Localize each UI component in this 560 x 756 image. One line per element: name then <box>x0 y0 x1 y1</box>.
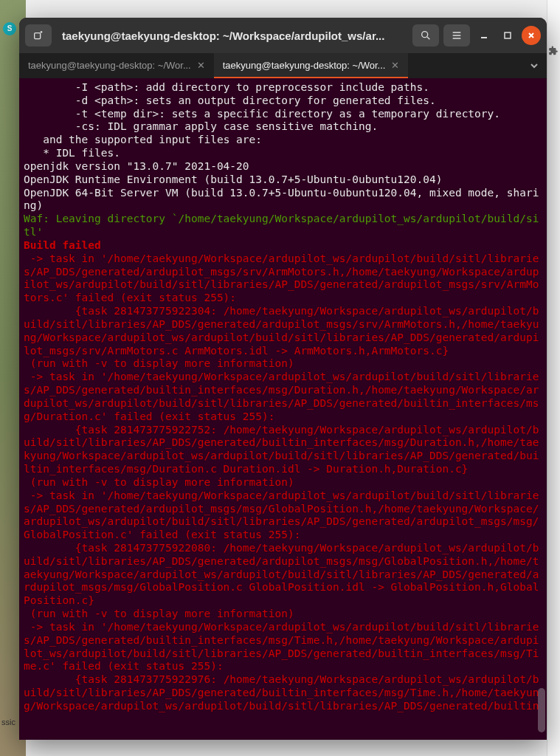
maximize-icon <box>503 31 512 40</box>
output-line: -cs: IDL grammar apply case sensitive ma… <box>24 120 542 134</box>
minimize-button[interactable] <box>474 26 494 45</box>
tab-close-icon[interactable]: ✕ <box>197 60 205 71</box>
output-line: (run with -v to display more information… <box>24 357 542 371</box>
scrollbar-thumb[interactable] <box>538 688 545 732</box>
search-icon <box>420 30 432 41</box>
terminal-tab-2[interactable]: taekyung@taekyung-desktop: ~/Wor... ✕ <box>214 53 409 78</box>
terminal-window: taekyung@taekyung-desktop: ~/Workspace/a… <box>19 18 547 740</box>
output-line: -d <path>: sets an output directory for … <box>24 94 542 108</box>
new-tab-button[interactable] <box>25 24 52 47</box>
output-line: {task 281473775922752: /home/taekyung/Wo… <box>24 424 542 476</box>
output-line: {task 281473775922304: /home/taekyung/Wo… <box>24 305 542 357</box>
terminal-tab-1[interactable]: taekyung@taekyung-desktop: ~/Wor... ✕ <box>19 53 214 78</box>
svg-rect-0 <box>35 33 41 39</box>
close-button[interactable] <box>522 26 541 45</box>
jigsaw-icon <box>548 46 559 56</box>
output-line: (run with -v to display more information… <box>24 476 542 489</box>
output-line: -> task in '/home/taekyung/Workspace/ard… <box>24 489 542 542</box>
tab-label: taekyung@taekyung-desktop: ~/Wor... <box>223 60 386 71</box>
output-line: OpenJDK Runtime Environment (build 13.0.… <box>24 173 542 187</box>
menu-button[interactable] <box>443 24 470 47</box>
output-line: Waf: Leaving directory `/home/taekyung/W… <box>24 213 542 239</box>
hamburger-icon <box>451 30 463 41</box>
chevron-down-icon <box>530 61 539 70</box>
output-line: OpenJDK 64-Bit Server VM (build 13.0.7+5… <box>24 187 542 213</box>
maximize-button[interactable] <box>498 26 517 45</box>
window-title: taekyung@taekyung-desktop: ~/Workspace/a… <box>56 30 408 42</box>
svg-point-1 <box>422 32 428 38</box>
background-text: ssic <box>1 718 15 726</box>
tab-dropdown-button[interactable] <box>522 53 547 78</box>
search-button[interactable] <box>412 24 439 47</box>
tab-label: taekyung@taekyung-desktop: ~/Wor... <box>28 60 191 71</box>
output-line: {task 281473775922080: /home/taekyung/Wo… <box>24 542 542 608</box>
close-icon <box>527 31 536 40</box>
output-line: -> task in '/home/taekyung/Workspace/ard… <box>24 371 542 423</box>
output-line: -> task in '/home/taekyung/Workspace/ard… <box>24 621 542 673</box>
output-line: * IDL files. <box>24 147 542 160</box>
titlebar[interactable]: taekyung@taekyung-desktop: ~/Workspace/a… <box>19 18 547 53</box>
output-line: {task 281473775922976: /home/taekyung/Wo… <box>24 673 542 712</box>
output-line: openjdk version "13.0.7" 2021-04-20 <box>24 160 542 173</box>
terminal-output[interactable]: -I <path>: add directory to preprocessor… <box>19 78 547 740</box>
browser-edge <box>547 0 560 756</box>
tab-bar: taekyung@taekyung-desktop: ~/Wor... ✕ ta… <box>19 53 547 78</box>
output-line: -I <path>: add directory to preprocessor… <box>24 81 542 94</box>
output-line: Build failed <box>24 239 542 252</box>
output-line: -> task in '/home/taekyung/Workspace/ard… <box>24 252 542 305</box>
minimize-icon <box>480 31 488 40</box>
tab-close-icon[interactable]: ✕ <box>391 60 399 71</box>
scrollbar-track[interactable] <box>538 78 545 740</box>
output-line: and the supported input files are: <box>24 134 542 147</box>
output-line: -t <temp dir>: sets a specific directory… <box>24 108 542 121</box>
svg-rect-2 <box>505 32 511 38</box>
output-line: (run with -v to display more information… <box>24 608 542 621</box>
new-tab-icon <box>32 30 44 41</box>
sushi-badge-icon: S <box>3 22 16 35</box>
